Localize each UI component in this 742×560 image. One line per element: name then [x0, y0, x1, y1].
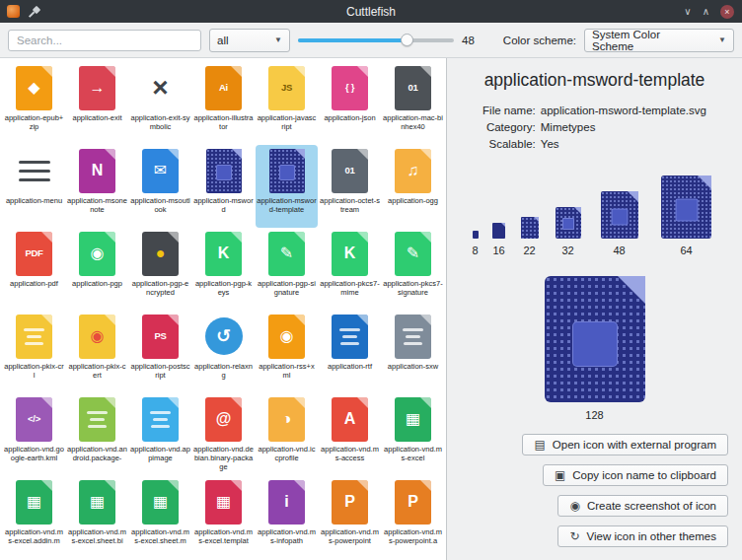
- icon-grid-item[interactable]: ×application-exit-symbolic: [129, 62, 191, 145]
- icon-grid-item[interactable]: PSapplication-postscript: [129, 311, 191, 393]
- category-filter-dropdown[interactable]: all ▼: [209, 29, 290, 52]
- icon-grid-item[interactable]: PDFapplication-pdf: [3, 228, 65, 311]
- size-preview-item[interactable]: 48: [596, 191, 643, 256]
- icon-grid-item[interactable]: ▦application-vnd.ms-excel.sheet.bi: [66, 476, 128, 559]
- file-type-icon: Ai: [200, 64, 248, 111]
- icon-label: application-vnd.android.package-: [67, 445, 127, 462]
- icon-grid-item[interactable]: ◆application-epub+zip: [3, 62, 65, 145]
- icon-label: application-illustrator: [193, 113, 254, 131]
- slider-fill: [298, 38, 408, 42]
- screenshot-button[interactable]: ◉Create screenshot of icon: [557, 495, 728, 517]
- icon-label: application-pkcs7-signature: [383, 279, 443, 297]
- button-label: Create screenshot of icon: [587, 500, 716, 512]
- search-input[interactable]: [8, 30, 201, 51]
- icon-grid-item[interactable]: ▦application-vnd.ms-excel.sheet.m: [129, 476, 191, 559]
- large-preview-wrap: 128: [532, 276, 658, 421]
- size-preview-item[interactable]: 16: [491, 223, 507, 256]
- icon-grid-item[interactable]: ▦application-vnd.ms-excel.addin.m: [3, 476, 65, 559]
- icon-grid-item[interactable]: ●application-pgp-encrypted: [129, 228, 191, 311]
- file-type-icon: [200, 147, 248, 194]
- icon-grid-item[interactable]: Aiapplication-illustrator: [192, 62, 255, 145]
- file-type-icon: ◉: [74, 313, 121, 360]
- copy-name-button[interactable]: ▣Copy icon name to clipboard: [543, 464, 728, 486]
- icon-grid-item[interactable]: Napplication-msonenote: [66, 145, 128, 228]
- details-panel: application-msword-template File name:ap…: [447, 58, 742, 560]
- icon-grid-item[interactable]: ♫application-ogg: [382, 145, 444, 228]
- icon-grid-item[interactable]: Aapplication-vnd.ms-access: [319, 393, 381, 476]
- view-themes-button[interactable]: ↻View icon in other themes: [557, 525, 728, 547]
- icon-grid-item[interactable]: Papplication-vnd.ms-powerpoint.a: [382, 476, 444, 559]
- icon-name-title: application-msword-template: [484, 70, 705, 91]
- open-external-icon: ▤: [534, 439, 545, 451]
- icon-grid-item[interactable]: application-rtf: [319, 311, 381, 393]
- icon-grid-item[interactable]: ✎application-pkcs7-signature: [382, 228, 444, 311]
- icon-grid-item[interactable]: ◑application-vnd.iccprofile: [256, 393, 318, 476]
- file-type-icon: { }: [327, 64, 374, 111]
- slider-handle[interactable]: [401, 34, 413, 46]
- icon-label: application-pkix-cert: [67, 362, 127, 380]
- icon-grid-item[interactable]: Kapplication-pkcs7-mime: [319, 228, 381, 311]
- size-preview-item[interactable]: 22: [519, 217, 541, 256]
- icon-label: application-ogg: [383, 196, 443, 205]
- icon-grid-item[interactable]: ▦application-vnd.ms-excel: [382, 393, 444, 476]
- file-type-icon: PDF: [11, 230, 58, 277]
- icon-label: application-vnd.ms-excel.addin.m: [4, 527, 64, 545]
- color-scheme-dropdown[interactable]: System Color Scheme ▼: [584, 29, 734, 52]
- icon-grid-item[interactable]: application-vnd.appimage: [129, 393, 191, 476]
- icon-grid-item[interactable]: </>application-vnd.google-earth.kml: [3, 393, 65, 476]
- field-label: Scalable:: [482, 138, 536, 150]
- hamburger-menu-icon: [19, 155, 50, 187]
- icon-grid-item[interactable]: ↺application-relaxng: [192, 311, 255, 393]
- file-type-icon: →: [74, 64, 121, 111]
- icon-browser-panel: ◆application-epub+zip→application-exit×a…: [0, 58, 447, 560]
- icon-grid-item[interactable]: JSapplication-javascript: [256, 62, 318, 145]
- icon-size-slider[interactable]: [298, 33, 454, 48]
- icon-grid-item[interactable]: application-msword-template: [256, 145, 318, 228]
- file-type-icon: ▦: [74, 478, 121, 525]
- file-type-icon: P: [327, 478, 374, 525]
- icon-grid-item[interactable]: 01application-octet-stream: [319, 145, 381, 228]
- file-type-icon: ✎: [390, 230, 437, 277]
- maximize-icon[interactable]: ∧: [703, 7, 709, 17]
- toolbar: all ▼ 48 Color scheme: System Color Sche…: [0, 23, 742, 58]
- size-preview-item[interactable]: 8: [472, 231, 480, 256]
- icon-label: application-msword-template: [257, 196, 317, 214]
- icon-label: application-menu: [4, 196, 64, 205]
- button-label: Open icon with external program: [553, 439, 716, 451]
- icon-grid-item[interactable]: ✎application-pgp-signature: [256, 228, 318, 311]
- size-preview-item[interactable]: 64: [655, 175, 718, 256]
- icon-label: application-pgp-signature: [257, 279, 317, 297]
- icon-label: application-exit-symbolic: [130, 113, 190, 131]
- icon-grid-item[interactable]: Papplication-vnd.ms-powerpoint: [319, 476, 381, 559]
- icon-grid-item[interactable]: Kapplication-pgp-keys: [192, 228, 255, 311]
- icon-grid-item[interactable]: ◉application-rss+xml: [256, 311, 318, 393]
- file-type-icon: ✎: [263, 230, 311, 277]
- icon-grid-item[interactable]: application-sxw: [382, 311, 444, 393]
- icon-grid-item[interactable]: ▦application-vnd.ms-excel.templat: [192, 476, 255, 559]
- field-label: Category:: [482, 121, 536, 133]
- icon-grid-item[interactable]: ◉application-pkix-cert: [66, 311, 128, 393]
- icon-grid-item[interactable]: { }application-json: [319, 62, 381, 145]
- file-type-icon: 01: [327, 147, 374, 194]
- action-buttons: ▤Open icon with external program▣Copy ic…: [461, 434, 728, 547]
- icon-grid-item[interactable]: @application-vnd.debian.binary-package: [192, 393, 255, 476]
- icon-grid-item[interactable]: ✉application-msoutlook: [129, 145, 191, 228]
- open-external-button[interactable]: ▤Open icon with external program: [522, 434, 728, 455]
- icon-grid-item[interactable]: application-menu: [3, 145, 65, 228]
- icon-grid-item[interactable]: 01application-mac-binhex40: [382, 62, 444, 145]
- icon-label: application-vnd.google-earth.kml: [4, 445, 64, 462]
- minimize-icon[interactable]: ∨: [684, 7, 691, 17]
- icon-grid-item[interactable]: application-vnd.android.package-: [66, 393, 128, 476]
- file-type-icon: K: [200, 230, 248, 277]
- size-label: 8: [472, 245, 478, 256]
- icon-grid-item[interactable]: iapplication-vnd.ms-infopath: [256, 476, 318, 559]
- icon-grid-item[interactable]: application-msword: [192, 145, 255, 228]
- icon-grid-item[interactable]: →application-exit: [66, 62, 128, 145]
- icon-grid-item[interactable]: ◉application-pgp: [66, 228, 128, 311]
- button-label: View icon in other themes: [587, 530, 716, 542]
- icon-grid-item[interactable]: application-pkix-crl: [3, 311, 65, 393]
- app-icon: [7, 5, 20, 18]
- pin-icon[interactable]: [29, 6, 40, 18]
- size-preview-item[interactable]: 32: [553, 207, 584, 256]
- close-icon[interactable]: ×: [720, 5, 734, 19]
